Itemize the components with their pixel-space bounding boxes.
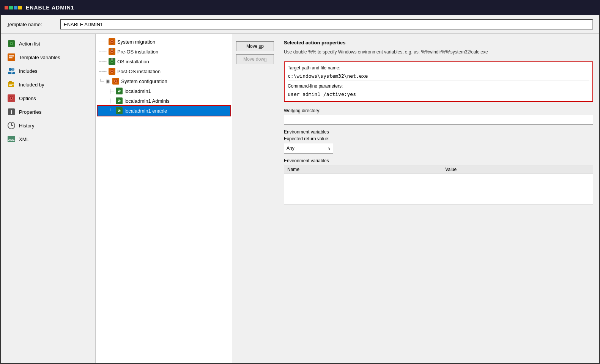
return-value-selected: Any — [287, 146, 294, 151]
connector: ┄┄┄ — [99, 69, 107, 74]
tree-label-system-config: System configuration — [121, 78, 167, 84]
env-col-name: Name — [284, 165, 442, 174]
env-cell-value-2 — [442, 189, 593, 204]
action-list-icon — [7, 39, 16, 48]
svg-point-6 — [9, 68, 12, 71]
tree-item-os-installation[interactable]: ┄┄┄ OS installation — [98, 56, 230, 66]
svg-rect-34 — [111, 58, 113, 60]
move-up-button[interactable]: Move up — [236, 41, 274, 51]
post-os-icon — [108, 67, 116, 75]
svg-text:i: i — [11, 109, 12, 115]
connector: ├─ — [109, 99, 114, 104]
svg-rect-13 — [9, 85, 12, 86]
template-name-input[interactable] — [60, 19, 593, 30]
icon-green — [9, 6, 13, 9]
pre-os-icon — [108, 48, 116, 55]
working-dir-label: Working directory: — [284, 108, 593, 113]
tree-item-system-migration[interactable]: ┄┄┄ System migration — [98, 37, 230, 47]
tree-label-post-os: Post-OS installation — [117, 69, 161, 74]
title-bar-icon — [5, 6, 22, 9]
sidebar-item-properties[interactable]: i Properties — [1, 105, 95, 119]
includes-icon: ⚙ — [7, 66, 16, 75]
os-icon — [108, 58, 116, 65]
svg-point-29 — [111, 51, 113, 52]
expected-return-label: Expected return value: — [284, 136, 593, 141]
svg-text:XML: XML — [8, 138, 15, 141]
tree-label-system-migration: System migration — [117, 39, 155, 45]
working-dir-input[interactable] — [284, 115, 593, 125]
tree-label-pre-os: Pre-OS installation — [117, 49, 158, 55]
tree-item-pre-os[interactable]: ┄┄┄ Pre-OS installation — [98, 47, 230, 56]
env-col-value: Value — [442, 165, 593, 174]
sidebar-item-included-by[interactable]: Included by — [1, 78, 95, 91]
return-value-select[interactable]: Any ∨ — [284, 143, 333, 154]
icon-red — [5, 6, 8, 9]
env-variables-section: Environment variables Name Value — [284, 158, 593, 204]
localadmin1-icon — [115, 87, 123, 95]
svg-rect-12 — [9, 84, 14, 85]
properties-desc: Use double %% to specify Windows environ… — [284, 49, 593, 55]
tree-item-localadmin1[interactable]: ├─ localadmin1 — [98, 86, 230, 96]
sidebar-item-options[interactable]: Options — [1, 91, 95, 105]
tree-item-post-os[interactable]: ┄┄┄ Post-OS installation — [98, 66, 230, 76]
target-path-label: Target path and file name: — [288, 65, 589, 71]
tree-item-localadmin1-enable[interactable]: └─ localadmin1 enable — [98, 106, 230, 116]
return-value-section: Environment variables Expected return va… — [284, 129, 593, 154]
env-cell-name-2 — [284, 189, 442, 204]
svg-rect-30 — [111, 49, 113, 50]
icon-blue — [14, 6, 17, 9]
right-panel: Selected action properties Use double %%… — [278, 34, 599, 363]
included-by-icon — [7, 80, 16, 89]
move-down-button[interactable]: Move down — [236, 54, 274, 64]
sidebar-item-xml[interactable]: XML XML — [1, 132, 95, 146]
command-line-value: user admin1 /active:yes — [288, 90, 589, 98]
env-vars-label: Environment variables — [284, 158, 593, 163]
tree-item-localadmin1-adminis[interactable]: ├─ localadmin1 Adminis — [98, 96, 230, 106]
icon-yellow — [18, 6, 22, 9]
connector: ├─ — [109, 89, 114, 94]
dropdown-arrow-icon: ∨ — [328, 146, 331, 151]
command-line-label: Command-line parameters: — [288, 83, 589, 89]
system-migration-icon — [108, 38, 116, 46]
tree-label-localadmin1-enable: localadmin1 enable — [124, 108, 167, 114]
env-row-empty-2 — [284, 189, 593, 204]
svg-rect-5 — [9, 57, 13, 58]
template-variables-icon — [7, 53, 16, 62]
sidebar-label-xml: XML — [19, 136, 29, 142]
svg-rect-4 — [9, 55, 14, 56]
move-buttons-panel: Move up Move down — [232, 34, 278, 363]
sidebar-item-history[interactable]: History — [1, 119, 95, 132]
tree-container: ┄┄┄ System migration ┄┄┄ — [96, 34, 232, 363]
svg-point-26 — [111, 41, 113, 42]
svg-point-40 — [115, 80, 117, 82]
return-value-label: Environment variables — [284, 129, 593, 135]
template-name-row: Template name: — [1, 15, 599, 34]
tree-label-localadmin1: localadmin1 — [124, 88, 151, 94]
connector: └─ — [109, 108, 114, 113]
sidebar-label-history: History — [19, 123, 34, 129]
connector: ┄┄┄ — [99, 39, 107, 44]
connector: └─ — [99, 79, 104, 84]
sidebar-label-template-variables: Template variables — [19, 55, 60, 60]
env-cell-name — [284, 174, 442, 189]
sidebar-label-action-list: Action list — [19, 41, 40, 47]
title-bar: ENABLE ADMIN1 — [0, 0, 600, 15]
history-icon — [7, 121, 16, 130]
sidebar-label-properties: Properties — [19, 109, 41, 115]
sidebar-item-action-list[interactable]: Action list — [1, 37, 95, 50]
expand-icon: ▣ — [106, 78, 110, 84]
connector: ┄┄┄ — [99, 59, 107, 64]
middle-panel: ┄┄┄ System migration ┄┄┄ — [96, 34, 232, 363]
localadmin1-adminis-icon — [115, 97, 123, 105]
xml-icon: XML — [7, 135, 16, 144]
svg-point-16 — [11, 97, 12, 99]
svg-point-7 — [11, 68, 14, 71]
tree-item-system-config[interactable]: └─ ▣ System configuration — [98, 76, 230, 86]
title-bar-text: ENABLE ADMIN1 — [26, 5, 74, 11]
main-container: Template name: Action list — [0, 15, 600, 364]
sidebar-item-template-variables[interactable]: Template variables — [1, 50, 95, 64]
env-cell-value — [442, 174, 593, 189]
svg-point-33 — [111, 61, 113, 62]
svg-rect-11 — [9, 81, 12, 83]
sidebar-item-includes[interactable]: ⚙ Includes — [1, 64, 95, 78]
